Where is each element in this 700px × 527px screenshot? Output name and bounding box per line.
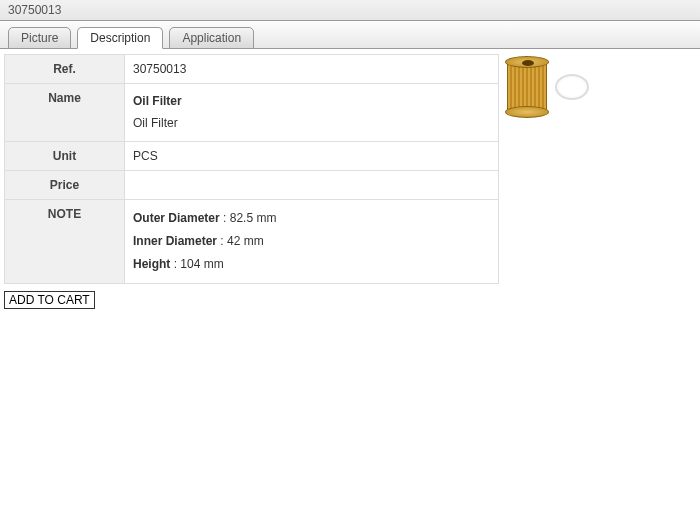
name-line1: Oil Filter bbox=[133, 94, 182, 108]
spec-table: Ref. 30750013 Name Oil Filter Oil Filter… bbox=[4, 54, 499, 284]
tab-description-label: Description bbox=[90, 31, 150, 45]
label-unit: Unit bbox=[5, 142, 125, 171]
product-image bbox=[505, 54, 605, 118]
table-row: NOTE Outer Diameter : 82.5 mm Inner Diam… bbox=[5, 200, 499, 283]
tab-application[interactable]: Application bbox=[169, 27, 254, 49]
name-line2: Oil Filter bbox=[133, 116, 178, 130]
window-title: 30750013 bbox=[8, 3, 61, 17]
table-row: Price bbox=[5, 171, 499, 200]
tab-picture-label: Picture bbox=[21, 31, 58, 45]
table-row: Unit PCS bbox=[5, 142, 499, 171]
note-od-value: : 82.5 mm bbox=[220, 211, 277, 225]
label-ref: Ref. bbox=[5, 55, 125, 84]
tabs-row: Picture Description Application bbox=[0, 21, 700, 49]
value-unit: PCS bbox=[125, 142, 499, 171]
note-od-label: Outer Diameter bbox=[133, 211, 220, 225]
note-id-label: Inner Diameter bbox=[133, 234, 217, 248]
label-name: Name bbox=[5, 84, 125, 142]
value-name: Oil Filter Oil Filter bbox=[125, 84, 499, 142]
gasket-icon bbox=[555, 74, 589, 100]
note-h-value: : 104 mm bbox=[170, 257, 223, 271]
note-id-value: : 42 mm bbox=[217, 234, 264, 248]
label-price: Price bbox=[5, 171, 125, 200]
note-h-label: Height bbox=[133, 257, 170, 271]
tab-application-label: Application bbox=[182, 31, 241, 45]
content-area: Ref. 30750013 Name Oil Filter Oil Filter… bbox=[0, 49, 700, 289]
add-to-cart-button[interactable]: ADD TO CART bbox=[4, 291, 95, 309]
tab-picture[interactable]: Picture bbox=[8, 27, 71, 49]
table-row: Ref. 30750013 bbox=[5, 55, 499, 84]
value-price bbox=[125, 171, 499, 200]
label-note: NOTE bbox=[5, 200, 125, 283]
value-note: Outer Diameter : 82.5 mm Inner Diameter … bbox=[125, 200, 499, 283]
oil-filter-icon bbox=[505, 56, 549, 118]
add-to-cart-label: ADD TO CART bbox=[9, 293, 90, 307]
window-title-bar: 30750013 bbox=[0, 0, 700, 21]
tab-description[interactable]: Description bbox=[77, 27, 163, 49]
value-ref: 30750013 bbox=[125, 55, 499, 84]
table-row: Name Oil Filter Oil Filter bbox=[5, 84, 499, 142]
